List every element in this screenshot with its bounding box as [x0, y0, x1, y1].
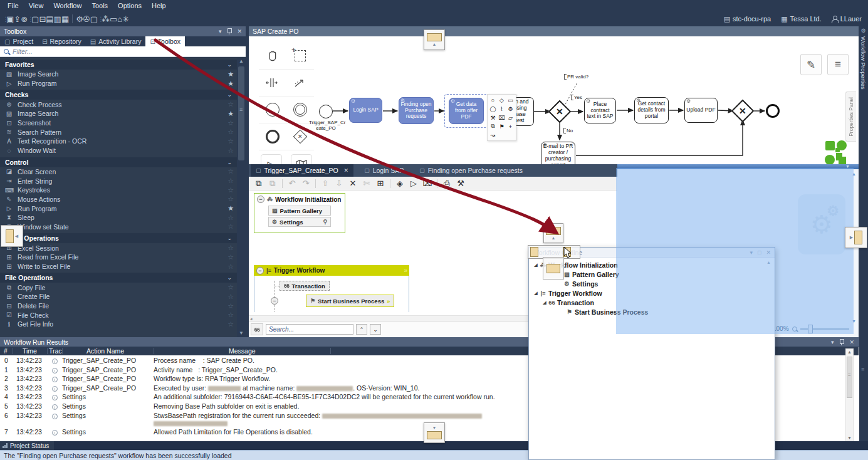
cut-icon[interactable]: ✄ [360, 179, 374, 188]
star-empty-icon[interactable]: ☆ [227, 177, 234, 185]
star-empty-icon[interactable]: ☆ [227, 302, 234, 310]
close-icon[interactable]: ✕ [849, 339, 854, 345]
tab-activity-library[interactable]: ▤Activity Library [86, 36, 146, 46]
col-num[interactable]: # [4, 347, 8, 355]
trash-icon[interactable]: ⌧ [421, 179, 434, 188]
transaction-activity[interactable]: 66 Transaction [280, 281, 330, 291]
collapse-icon[interactable]: − [256, 267, 264, 274]
end-event[interactable] [766, 104, 780, 118]
activity-check-process[interactable]: ⊚Check Process☆ [0, 100, 237, 109]
close-icon[interactable]: ✕ [237, 28, 242, 34]
context-pad-arrow-icon[interactable]: ↝ [489, 131, 497, 139]
activity-window-set-state[interactable]: ▢Window set State☆ [0, 222, 237, 232]
activity-excel-session[interactable]: ⊞Excel Session☆ [0, 243, 237, 253]
menu-tools[interactable]: Tools [86, 1, 113, 10]
activity-get-file-info[interactable]: ℹGet File Info☆ [0, 320, 237, 329]
activity-screenshot[interactable]: ⊡Screenshot☆ [0, 118, 237, 128]
star-empty-icon[interactable]: ☆ [227, 214, 234, 222]
star-empty-icon[interactable]: ☆ [227, 222, 234, 231]
filter-input[interactable]: Filter... [13, 48, 33, 55]
context-pad-bookmark-icon[interactable]: ⚑ [498, 122, 506, 130]
chevron-down-icon[interactable]: ⌄ [227, 61, 232, 68]
scroll-down-icon[interactable]: ▼ [237, 330, 246, 337]
context-pad-gears-icon[interactable]: ⚙ [506, 105, 515, 113]
scroll-thumb[interactable] [847, 357, 852, 398]
settings-icon[interactable]: ⚙ [76, 14, 83, 24]
star-empty-icon[interactable]: ☆ [227, 253, 234, 261]
activity-image-search[interactable]: ▨Image Search★ [0, 70, 237, 79]
activity-library-icon[interactable]: ▤ [46, 14, 53, 24]
pin-icon[interactable] [839, 339, 844, 345]
dropdown-icon[interactable]: ▾ [831, 339, 834, 345]
company-indicator[interactable]: ▦Tessa Ltd. [781, 15, 822, 23]
document-icon[interactable]: ▢ [90, 14, 98, 24]
transport-icon[interactable]: ⊞ [374, 179, 387, 188]
undo-icon[interactable]: ↶ [285, 179, 299, 188]
move-up-icon[interactable]: ⇧ [318, 179, 332, 188]
star-filled-icon[interactable]: ★ [227, 204, 234, 212]
section-checks[interactable]: Checks⌄ [0, 90, 237, 100]
task-upload-pdf[interactable]: ⚙Upload PDF [684, 98, 718, 123]
dock-top-indicator[interactable]: ▲ [424, 29, 445, 50]
publish-icon[interactable]: ⇪ [14, 14, 21, 24]
tools-star-icon[interactable]: ✳ [122, 14, 129, 24]
diagram-menu-button[interactable]: ≡ [827, 54, 849, 75]
star-empty-icon[interactable]: ☆ [227, 244, 234, 252]
results-scrollbar[interactable]: ▲ ▼ [845, 348, 854, 441]
task-place-contract-tex[interactable]: ⚙Place contract text in SAP [584, 98, 616, 123]
activity-keystrokes[interactable]: ⌨Keystrokes☆ [0, 186, 237, 195]
chevron-down-icon[interactable]: ⌄ [227, 91, 232, 98]
report-icon[interactable]: ▥ [54, 14, 61, 24]
star-empty-icon[interactable]: ☆ [227, 263, 234, 271]
dock-tab-left[interactable] [530, 247, 538, 257]
section-excel-operations[interactable]: Excel Operations⌄ [0, 233, 237, 243]
toolbox-filter[interactable]: Filter... [0, 46, 246, 57]
move-down-icon[interactable]: ⇩ [332, 179, 346, 188]
dock-bottom-indicator[interactable]: ▼ [424, 422, 445, 443]
col-trace[interactable]: Trac [49, 347, 62, 355]
print-icon[interactable]: ⎙ [440, 179, 454, 189]
toolbox-scrollbar[interactable]: ▲ ▼ [237, 58, 246, 337]
context-pad-rectangle-icon[interactable]: ▭ [506, 96, 515, 104]
trigger-workflow-block[interactable]: − |≡ Trigger Workflow » 66 Transaction − [254, 265, 409, 312]
context-pad-circle-icon[interactable]: ○ [489, 96, 497, 104]
attachment-icon[interactable]: ✇ [83, 14, 90, 24]
dropdown-icon[interactable]: ▾ [219, 28, 222, 34]
activity-image-search[interactable]: ▨Image Search★ [0, 109, 237, 118]
star-empty-icon[interactable]: ☆ [227, 320, 234, 328]
connections-icon[interactable]: ⁂ [102, 14, 110, 24]
activity-write-to-excel-file[interactable]: ⊞Write to Excel File☆ [0, 262, 237, 271]
activity-run-program[interactable]: ▷Run Program★ [0, 79, 237, 88]
expander-icon[interactable]: ◢ [533, 291, 539, 296]
activity-window-wait[interactable]: ◌Window Wait☆ [0, 146, 237, 155]
dock-tab-top-indicator[interactable]: ▲ [543, 223, 563, 243]
wrench-icon[interactable]: ⚒ [454, 179, 468, 188]
context-pad-connector-icon[interactable]: ⌇ [498, 105, 506, 113]
chevron-down-icon[interactable]: ⌄ [227, 159, 232, 165]
star-empty-icon[interactable]: ☆ [227, 128, 234, 136]
open-repository-icon[interactable]: ⊟ [39, 14, 46, 24]
delete-icon[interactable]: ✕ [346, 179, 360, 188]
task-e-mail-to-pr-creat[interactable]: ⚙E-mail to PR creator / purchasing exper… [541, 142, 575, 164]
pin-icon[interactable] [227, 28, 231, 34]
start-event[interactable] [319, 105, 333, 118]
new-document-icon[interactable]: ▢ [31, 14, 39, 24]
task-login-sap[interactable]: ⚙Login SAP [349, 98, 382, 123]
theme-brush-button[interactable]: ✎ [800, 54, 822, 75]
scroll-up-icon[interactable]: ▲ [237, 58, 246, 65]
tab-project[interactable]: ▢Project [0, 36, 38, 46]
save-icon[interactable]: ▣ [6, 14, 14, 24]
search-input[interactable]: Search... [266, 324, 353, 335]
activity-read-from-excel-file[interactable]: ⊞Read from Excel File☆ [0, 253, 237, 262]
activity-delete-file[interactable]: ⊟Delete File☆ [0, 301, 237, 311]
context-pad[interactable]: ○◇▭◯⌇⚙⚒⌧▱⧉⚑+↝ [487, 94, 516, 141]
activity-run-program[interactable]: ▷Run Program★ [0, 204, 237, 213]
context-pad-circle-thick-icon[interactable]: ◯ [489, 105, 497, 113]
context-pad-plus-icon[interactable]: + [506, 122, 515, 130]
activity-text-recognition-ocr[interactable]: AText Recognition - OCR☆ [0, 137, 237, 146]
star-empty-icon[interactable]: ☆ [227, 137, 234, 145]
expand-chevrons-icon[interactable]: » [404, 267, 407, 274]
chevron-down-icon[interactable]: ⌄ [227, 235, 232, 241]
star-filled-icon[interactable]: ★ [227, 110, 234, 118]
star-empty-icon[interactable]: ☆ [227, 195, 234, 203]
